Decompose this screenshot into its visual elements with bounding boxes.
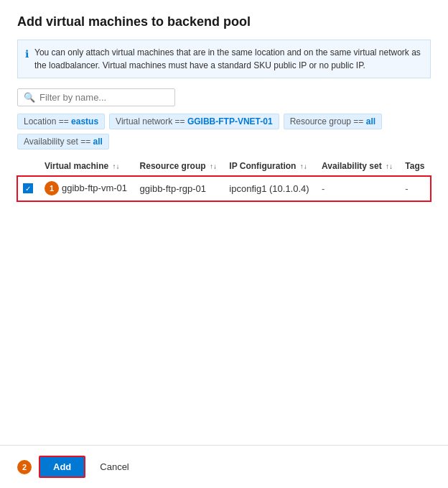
step-badge-1: 1 <box>45 181 59 195</box>
filter-tag-vnet[interactable]: Virtual network == GGIBB-FTP-VNET-01 <box>109 114 279 129</box>
footer: 2 Add Cancel <box>0 445 448 488</box>
col-checkbox <box>17 157 39 176</box>
table-row[interactable]: ✓1ggibb-ftp-vm-01ggibb-ftp-rgp-01ipconfi… <box>17 176 431 201</box>
row-checkbox[interactable]: ✓ <box>17 176 39 201</box>
cell-rg: ggibb-ftp-rgp-01 <box>134 176 224 201</box>
page-title: Add virtual machines to backend pool <box>17 14 431 29</box>
vm-table: Virtual machine ↑↓ Resource group ↑↓ IP … <box>17 157 431 201</box>
checkbox-checked[interactable]: ✓ <box>23 183 33 193</box>
vm-name: ggibb-ftp-vm-01 <box>62 183 127 193</box>
step-badge-2: 2 <box>17 460 32 474</box>
col-rg: Resource group ↑↓ <box>134 157 224 176</box>
info-text: You can only attach virtual machines tha… <box>34 46 423 72</box>
filter-tags: Location == eastus Virtual network == GG… <box>17 114 431 149</box>
cancel-button[interactable]: Cancel <box>93 457 136 477</box>
col-vm: Virtual machine ↑↓ <box>39 157 134 176</box>
filter-tag-rg[interactable]: Resource group == all <box>284 114 382 129</box>
cell-vm: 1ggibb-ftp-vm-01 <box>39 176 134 201</box>
col-tags: Tags <box>399 157 431 176</box>
cell-avset: - <box>316 176 399 201</box>
cell-tags: - <box>399 176 431 201</box>
filter-tag-location[interactable]: Location == eastus <box>17 114 105 129</box>
cell-ip: ipconfig1 (10.1.0.4) <box>223 176 316 201</box>
info-box: ℹ You can only attach virtual machines t… <box>17 40 431 78</box>
search-icon: 🔍 <box>24 92 35 103</box>
filter-tag-avset[interactable]: Availability set == all <box>17 134 109 149</box>
filter-input-row[interactable]: 🔍 <box>17 88 175 106</box>
add-button[interactable]: Add <box>39 456 85 478</box>
filter-input[interactable] <box>39 92 169 103</box>
info-icon: ℹ <box>25 47 29 62</box>
col-ip: IP Configuration ↑↓ <box>223 157 316 176</box>
col-avset: Availability set ↑↓ <box>316 157 399 176</box>
